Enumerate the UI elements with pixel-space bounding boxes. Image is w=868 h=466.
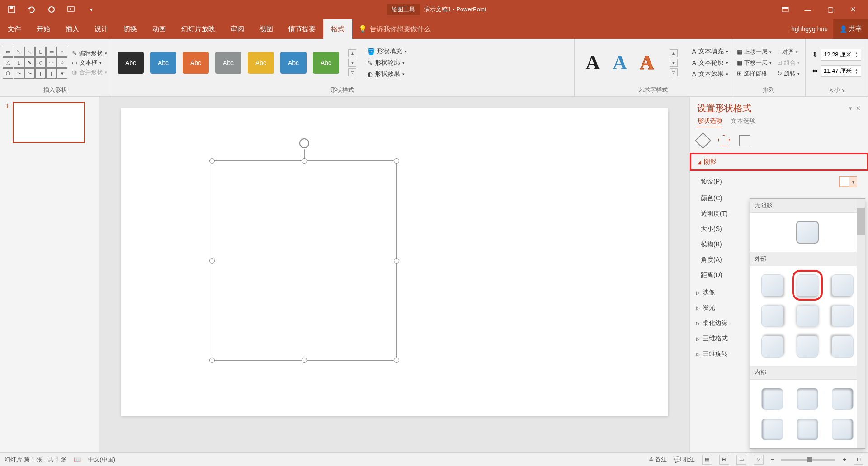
resize-handle-tr[interactable]: [394, 158, 399, 164]
wa-expand[interactable]: ▿: [670, 68, 678, 76]
rotate-button[interactable]: ↻旋转▾: [777, 70, 800, 78]
shadow-preset-inner[interactable]: [761, 388, 783, 410]
minimize-button[interactable]: —: [801, 3, 815, 16]
wa-scroll-up[interactable]: ▴: [670, 49, 678, 57]
wordart-style[interactable]: A: [585, 51, 600, 74]
rotate-handle[interactable]: [299, 138, 309, 148]
shadow-preset-outer[interactable]: [797, 305, 818, 327]
selected-shape[interactable]: [212, 160, 397, 361]
pane-close-button[interactable]: ✕: [856, 105, 861, 112]
resize-handle-mr[interactable]: [394, 258, 399, 264]
style-swatch[interactable]: Abc: [248, 52, 274, 74]
merge-shapes-button[interactable]: ◑合并形状▾: [72, 68, 107, 76]
style-swatch[interactable]: Abc: [150, 52, 176, 74]
tab-view[interactable]: 视图: [252, 19, 281, 39]
shadow-preset-inner[interactable]: [797, 388, 818, 410]
text-effects-button[interactable]: A文本效果▾: [692, 70, 728, 78]
shadow-preset-outer[interactable]: [761, 274, 783, 296]
shape-effects-button[interactable]: ◐形状效果▾: [367, 70, 407, 78]
text-fill-button[interactable]: A文本填充▾: [692, 47, 728, 56]
edit-shape-button[interactable]: ✎编辑形状▾: [72, 49, 107, 57]
ribbon-display-options-button[interactable]: [778, 3, 792, 16]
close-button[interactable]: ✕: [846, 3, 860, 16]
resize-handle-tl[interactable]: [209, 158, 215, 164]
shapes-gallery[interactable]: ▭＼＼L▭○ △L⬊◇⇨☆ ⬡〜〜{}▾: [3, 47, 67, 79]
text-box-button[interactable]: ▭文本框▾: [72, 59, 107, 67]
tab-animations[interactable]: 动画: [145, 19, 174, 39]
gallery-scroll-down[interactable]: ▾: [348, 59, 356, 67]
maximize-button[interactable]: ▢: [824, 3, 837, 16]
tab-transitions[interactable]: 切换: [116, 19, 145, 39]
group-button[interactable]: ⊡组合▾: [777, 59, 800, 67]
pane-icon-effects[interactable]: [718, 135, 730, 146]
tab-design[interactable]: 设计: [87, 19, 116, 39]
shape-style-gallery[interactable]: Abc Abc Abc Abc Abc Abc Abc ▴ ▾ ▿: [113, 49, 361, 76]
resize-handle-br[interactable]: [394, 358, 399, 363]
gallery-scroll-up[interactable]: ▴: [348, 49, 356, 57]
shadow-preset-outer[interactable]: [797, 274, 818, 296]
align-button[interactable]: ⫞对齐▾: [777, 48, 800, 56]
start-from-beginning-button[interactable]: [66, 4, 77, 15]
slide[interactable]: [121, 108, 668, 416]
pane-tab-shape-options[interactable]: 形状选项: [697, 117, 722, 127]
pane-options-dropdown[interactable]: ▾: [849, 105, 852, 112]
zoom-slider[interactable]: [781, 459, 835, 461]
share-button[interactable]: 👤 共享: [833, 19, 868, 39]
wa-scroll-down[interactable]: ▾: [670, 59, 678, 67]
shadow-preset-inner[interactable]: [797, 419, 818, 440]
resize-handle-ml[interactable]: [209, 258, 215, 264]
pane-icon-size-properties[interactable]: [739, 135, 750, 146]
tab-slideshow[interactable]: 幻灯片放映: [174, 19, 223, 39]
section-shadow[interactable]: ◢ 阴影: [690, 153, 868, 171]
shadow-preset-outer[interactable]: [832, 274, 854, 296]
selection-pane-button[interactable]: ⊞选择窗格: [737, 70, 772, 78]
shadow-preset-none[interactable]: [796, 221, 819, 244]
language-status[interactable]: 中文(中国): [88, 456, 116, 464]
shadow-preset-outer[interactable]: [761, 305, 783, 327]
shadow-preset-outer[interactable]: [832, 305, 854, 327]
wordart-style[interactable]: A: [613, 51, 627, 74]
slide-thumbnail[interactable]: 1: [5, 102, 94, 143]
shadow-preset-outer[interactable]: [832, 336, 854, 358]
bring-forward-button[interactable]: ▦上移一层▾: [737, 48, 772, 56]
shadow-preset-inner[interactable]: [761, 419, 783, 440]
pane-tab-text-options[interactable]: 文本选项: [731, 117, 756, 127]
slide-count[interactable]: 幻灯片 第 1 张，共 1 张: [5, 456, 66, 464]
tab-home[interactable]: 开始: [29, 19, 58, 39]
qat-customize-dropdown[interactable]: ▼: [86, 4, 97, 15]
spell-check-icon[interactable]: 📖: [74, 456, 81, 463]
fit-to-window-button[interactable]: ⊡: [854, 455, 863, 465]
notes-button[interactable]: ≜ 备注: [649, 456, 667, 464]
shadow-preset-outer[interactable]: [761, 336, 783, 358]
user-account[interactable]: hghhgyg huu: [786, 19, 833, 39]
text-outline-button[interactable]: A文本轮廓▾: [692, 59, 728, 67]
style-swatch[interactable]: Abc: [118, 52, 144, 74]
resize-handle-bm[interactable]: [302, 358, 307, 363]
shadow-preset-inner[interactable]: [832, 388, 854, 410]
resize-handle-bl[interactable]: [209, 358, 215, 363]
send-backward-button[interactable]: ▦下移一层▾: [737, 59, 772, 67]
normal-view-button[interactable]: ▦: [702, 455, 712, 465]
style-swatch[interactable]: Abc: [183, 52, 209, 74]
shape-fill-button[interactable]: 🪣形状填充▾: [367, 47, 407, 56]
wordart-gallery[interactable]: A A A ▴ ▾ ▿: [577, 49, 685, 76]
style-swatch[interactable]: Abc: [280, 52, 307, 74]
redo-button[interactable]: [46, 4, 57, 15]
zoom-out-button[interactable]: −: [771, 456, 774, 463]
resize-handle-tm[interactable]: [302, 158, 307, 164]
zoom-in-button[interactable]: +: [843, 456, 846, 463]
tab-review[interactable]: 审阅: [223, 19, 252, 39]
wordart-style[interactable]: A: [640, 51, 654, 74]
pane-icon-fill[interactable]: [695, 132, 712, 149]
thumbnail-preview[interactable]: [13, 102, 85, 143]
tab-storyboard[interactable]: 情节提要: [281, 19, 323, 39]
slideshow-view-button[interactable]: ▽: [754, 455, 764, 465]
tell-me-search[interactable]: 💡 告诉我你想要做什么: [352, 19, 437, 39]
shadow-preset-outer[interactable]: [797, 336, 818, 358]
style-swatch[interactable]: Abc: [215, 52, 241, 74]
tab-file[interactable]: 文件: [0, 19, 29, 39]
gallery-scrollbar[interactable]: [857, 199, 865, 448]
width-input[interactable]: 11.47 厘米▲▼: [821, 65, 861, 77]
slide-sorter-view-button[interactable]: ⊞: [719, 455, 729, 465]
shadow-preset-inner[interactable]: [832, 419, 854, 440]
